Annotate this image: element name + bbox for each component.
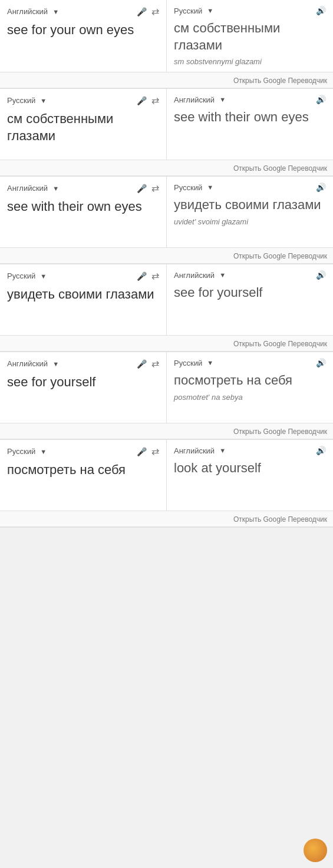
left-lang-label-1: Русский xyxy=(7,96,35,105)
translation-block-5: Русский▼🎤⇄посмотреть на себяАнглийский▼🔊… xyxy=(0,440,333,528)
right-lang-dropdown-1[interactable]: ▼ xyxy=(219,96,226,103)
open-translator-link-4[interactable]: Открыть Google Переводчик xyxy=(233,428,327,436)
open-translator-bar-4: Открыть Google Переводчик xyxy=(0,423,333,439)
left-panel-3: Русский▼🎤⇄увидеть своими глазами xyxy=(0,264,167,335)
left-main-text-3: увидеть своими глазами xyxy=(7,286,159,303)
translation-block-2: Английский▼🎤⇄see with their own eyesРусс… xyxy=(0,177,333,264)
right-lang-row-3: Английский▼🔊 xyxy=(174,270,326,280)
left-mic-icon-5[interactable]: 🎤 xyxy=(137,447,147,456)
right-sound-icon-0[interactable]: 🔊 xyxy=(316,6,326,15)
translation-block-3: Русский▼🎤⇄увидеть своими глазамиАнглийск… xyxy=(0,264,333,352)
left-lang-dropdown-2[interactable]: ▼ xyxy=(52,185,59,192)
left-swap-icon-0[interactable]: ⇄ xyxy=(151,6,159,17)
open-translator-link-2[interactable]: Открыть Google Переводчик xyxy=(233,252,327,260)
right-lang-label-3: Английский xyxy=(174,271,215,280)
translation-block-4: Английский▼🎤⇄see for yourselfРусский▼🔊по… xyxy=(0,352,333,440)
right-main-text-1: see with their own eyes xyxy=(174,109,326,126)
right-sound-icon-4[interactable]: 🔊 xyxy=(316,358,326,367)
right-transliteration-2: uvidet' svoimi glazami xyxy=(174,217,326,226)
translation-pair-1: Русский▼🎤⇄см собственными глазамиАнглийс… xyxy=(0,89,333,160)
right-lang-dropdown-3[interactable]: ▼ xyxy=(219,271,226,279)
left-lang-dropdown-0[interactable]: ▼ xyxy=(52,8,59,15)
left-lang-row-5: Русский▼🎤⇄ xyxy=(7,446,159,457)
open-translator-bar-0: Открыть Google Переводчик xyxy=(0,72,333,88)
right-panel-2: Русский▼🔊увидеть своими глазамиuvidet' s… xyxy=(167,177,333,247)
right-panel-4: Русский▼🔊посмотреть на себяposmotret' na… xyxy=(167,352,333,423)
open-translator-bar-3: Открыть Google Переводчик xyxy=(0,336,333,352)
left-lang-label-5: Русский xyxy=(7,447,35,456)
left-mic-icon-3[interactable]: 🎤 xyxy=(137,271,147,281)
open-translator-bar-1: Открыть Google Переводчик xyxy=(0,160,333,176)
open-translator-bar-5: Открыть Google Переводчик xyxy=(0,511,333,527)
left-lang-dropdown-1[interactable]: ▼ xyxy=(40,97,47,104)
left-panel-5: Русский▼🎤⇄посмотреть на себя xyxy=(0,440,167,511)
right-main-text-3: see for yourself xyxy=(174,284,326,302)
right-lang-label-4: Русский xyxy=(174,359,202,367)
right-main-text-5: look at yourself xyxy=(174,460,326,477)
open-translator-link-5[interactable]: Открыть Google Переводчик xyxy=(233,515,327,524)
translation-block-0: Английский▼🎤⇄see for your own eyesРусски… xyxy=(0,0,333,89)
open-translator-link-3[interactable]: Открыть Google Переводчик xyxy=(233,340,327,348)
right-sound-icon-2[interactable]: 🔊 xyxy=(316,183,326,192)
right-lang-row-1: Английский▼🔊 xyxy=(174,95,326,104)
left-swap-icon-4[interactable]: ⇄ xyxy=(151,358,159,369)
right-lang-dropdown-0[interactable]: ▼ xyxy=(207,7,213,14)
left-lang-label-4: Английский xyxy=(7,359,48,368)
left-main-text-1: см собственными глазами xyxy=(7,111,159,144)
left-panel-4: Английский▼🎤⇄see for yourself xyxy=(0,352,167,423)
open-translator-bar-2: Открыть Google Переводчик xyxy=(0,248,333,264)
left-lang-row-1: Русский▼🎤⇄ xyxy=(7,95,159,106)
right-lang-label-5: Английский xyxy=(174,446,215,455)
translation-pair-3: Русский▼🎤⇄увидеть своими глазамиАнглийск… xyxy=(0,264,333,336)
translation-pair-4: Английский▼🎤⇄see for yourselfРусский▼🔊по… xyxy=(0,352,333,423)
right-sound-icon-5[interactable]: 🔊 xyxy=(316,446,326,455)
right-lang-label-0: Русский xyxy=(174,6,202,15)
left-lang-row-0: Английский▼🎤⇄ xyxy=(7,6,159,17)
left-lang-dropdown-4[interactable]: ▼ xyxy=(52,360,59,367)
left-lang-label-2: Английский xyxy=(7,184,48,193)
right-main-text-2: увидеть своими глазами xyxy=(174,197,326,214)
left-panel-2: Английский▼🎤⇄see with their own eyes xyxy=(0,177,167,247)
left-panel-0: Английский▼🎤⇄see for your own eyes xyxy=(0,0,167,72)
left-lang-row-4: Английский▼🎤⇄ xyxy=(7,358,159,369)
right-panel-0: Русский▼🔊см собственными глазамиsm sobst… xyxy=(167,0,333,72)
right-sound-icon-3[interactable]: 🔊 xyxy=(316,270,326,280)
right-lang-dropdown-4[interactable]: ▼ xyxy=(207,359,213,366)
open-translator-link-0[interactable]: Открыть Google Переводчик xyxy=(233,77,327,85)
right-panel-5: Английский▼🔊look at yourself xyxy=(167,440,333,511)
right-panel-3: Английский▼🔊see for yourself xyxy=(167,264,333,335)
left-panel-1: Русский▼🎤⇄см собственными глазами xyxy=(0,89,167,160)
left-main-text-5: посмотреть на себя xyxy=(7,462,159,479)
right-lang-row-0: Русский▼🔊 xyxy=(174,6,326,15)
translation-block-1: Русский▼🎤⇄см собственными глазамиАнглийс… xyxy=(0,89,333,177)
left-lang-dropdown-3[interactable]: ▼ xyxy=(40,273,47,280)
translation-pair-2: Английский▼🎤⇄see with their own eyesРусс… xyxy=(0,177,333,248)
left-main-text-0: see for your own eyes xyxy=(7,22,159,39)
left-swap-icon-3[interactable]: ⇄ xyxy=(151,270,159,281)
right-main-text-4: посмотреть на себя xyxy=(174,372,326,389)
right-lang-row-2: Русский▼🔊 xyxy=(174,183,326,192)
left-mic-icon-2[interactable]: 🎤 xyxy=(137,184,147,193)
right-sound-icon-1[interactable]: 🔊 xyxy=(316,95,326,104)
left-mic-icon-4[interactable]: 🎤 xyxy=(137,359,147,369)
open-translator-link-1[interactable]: Открыть Google Переводчик xyxy=(233,164,327,173)
right-lang-row-5: Английский▼🔊 xyxy=(174,446,326,455)
left-lang-label-3: Русский xyxy=(7,271,35,280)
left-lang-dropdown-5[interactable]: ▼ xyxy=(40,448,47,455)
left-main-text-4: see for yourself xyxy=(7,374,159,391)
right-transliteration-4: posmotret' na sebya xyxy=(174,393,326,402)
left-lang-row-3: Русский▼🎤⇄ xyxy=(7,270,159,281)
right-lang-dropdown-5[interactable]: ▼ xyxy=(219,447,226,454)
left-swap-icon-2[interactable]: ⇄ xyxy=(151,183,159,194)
left-mic-icon-0[interactable]: 🎤 xyxy=(137,7,147,16)
left-swap-icon-5[interactable]: ⇄ xyxy=(151,446,159,457)
left-swap-icon-1[interactable]: ⇄ xyxy=(151,95,159,106)
right-lang-dropdown-2[interactable]: ▼ xyxy=(207,184,213,191)
left-main-text-2: see with their own eyes xyxy=(7,198,159,216)
left-lang-row-2: Английский▼🎤⇄ xyxy=(7,183,159,194)
right-transliteration-0: sm sobstvennymi glazami xyxy=(174,57,326,66)
left-lang-label-0: Английский xyxy=(7,7,48,16)
left-mic-icon-1[interactable]: 🎤 xyxy=(137,96,147,105)
right-panel-1: Английский▼🔊see with their own eyes xyxy=(167,89,333,160)
right-lang-row-4: Русский▼🔊 xyxy=(174,358,326,367)
